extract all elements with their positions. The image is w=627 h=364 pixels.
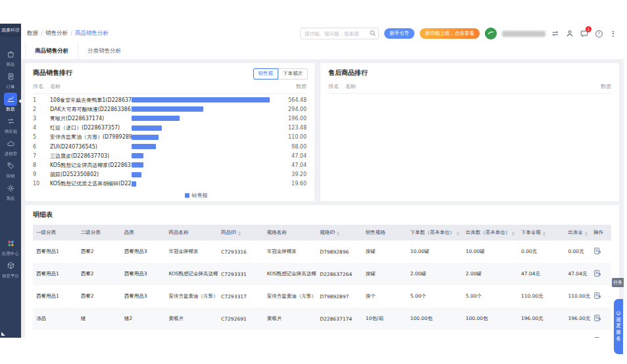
product-name: ZUI(D240736545)	[50, 144, 132, 150]
sidebar-item-shuju[interactable]: 数据	[0, 91, 21, 113]
sort-icon[interactable]	[543, 231, 545, 236]
view-detail-button[interactable]	[593, 269, 601, 277]
service-tab-char: 观	[616, 317, 621, 323]
breadcrumb-current: 商品销售分析	[75, 30, 109, 37]
breadcrumb-separator: /	[70, 30, 72, 37]
sort-icon[interactable]	[585, 231, 588, 236]
table-cell: D228637174	[316, 307, 363, 330]
service-tab-char: 务	[616, 336, 621, 342]
search-input[interactable]	[300, 28, 379, 39]
sort-icon[interactable]	[457, 231, 459, 236]
col-name: 名称	[345, 83, 576, 90]
column-header-6: 规格名称	[264, 225, 317, 240]
rank-row: 1108食堂常戴去骨鸭掌1(D228637144)564.48	[33, 95, 307, 104]
table-cell: KOS甄想记金牌高达椰浆	[165, 263, 218, 285]
bar-zone	[132, 153, 271, 158]
table-cell: C7293331	[218, 263, 264, 285]
sidebar-item-gongyinglian[interactable]: 供应链	[0, 113, 21, 135]
sidebar-item-xinxipingtai[interactable]: 信息平台	[0, 258, 21, 280]
sidebar-item-dingdan[interactable]: 订单	[0, 68, 21, 91]
breadcrumb-sales-analysis[interactable]: 销售分析	[45, 30, 68, 37]
rank-row: 7三边腐皮(D228637703)47.04	[33, 151, 307, 160]
jinxiaocun-icon	[4, 137, 17, 150]
view-detail-button[interactable]	[593, 292, 601, 300]
table-cell: 5.00个	[407, 285, 463, 307]
smiley-icon: ☺	[616, 311, 620, 316]
table-cell: 0.00元	[518, 240, 564, 263]
avatar[interactable]	[485, 28, 497, 39]
sales-bar	[132, 135, 159, 140]
table-cell: 猪2	[121, 307, 166, 330]
tab-category-sales[interactable]: 分类销售分析	[78, 43, 130, 59]
switch-account-icon[interactable]	[551, 29, 560, 38]
message-icon[interactable]: 1	[580, 29, 589, 38]
rank-number: 3	[33, 116, 50, 122]
bar-zone	[132, 135, 271, 140]
toggle-sales-amount[interactable]: 销售额	[253, 68, 279, 80]
table-cell: 西餐2	[78, 263, 121, 285]
col-name: 名称	[50, 83, 271, 90]
table-cell: 西餐用品3	[121, 240, 166, 263]
column-header-5[interactable]: 商品ID	[218, 225, 264, 240]
column-header-9[interactable]: 下单数（基本单位）	[407, 225, 463, 240]
sales-bar	[132, 116, 180, 121]
gongyinglian-icon	[4, 115, 17, 128]
toggle-order-frequency[interactable]: 下单频次	[278, 68, 308, 80]
search-icon[interactable]	[369, 30, 376, 37]
table-cell: 常冠金牌椰浆	[165, 240, 218, 263]
guide-button[interactable]: 新手引导	[384, 28, 414, 39]
product-name: 三边腐皮(D228637703)	[50, 152, 132, 160]
main-content: 商品销售排行 销售额 下单频次 排名 名称 数据 1108食堂常戴去骨鸭掌1(D…	[21, 59, 624, 338]
column-header-11[interactable]: 下单金额	[518, 225, 564, 240]
after-sale-title: 售后商品排行	[328, 68, 611, 78]
view-detail-button[interactable]	[593, 247, 601, 255]
view-detail-button[interactable]	[593, 336, 601, 338]
tab-product-sales[interactable]: 商品销售分析	[25, 43, 78, 59]
column-header-12[interactable]: 出库金	[564, 225, 589, 240]
table-cell: 按罐	[363, 240, 407, 263]
task-floating-tab[interactable]: 任务	[612, 278, 624, 287]
sort-icon[interactable]	[337, 231, 339, 236]
help-icon[interactable]: ?	[594, 29, 603, 38]
contact-icon[interactable]	[565, 29, 574, 38]
sidebar-item-yingyongzhongxin[interactable]: 应用中心	[0, 235, 21, 258]
sidebar-item-label: 商品	[7, 62, 15, 66]
column-header-10[interactable]: 出库数（基本单位）	[463, 225, 518, 240]
sidebar-item-label: 数据	[7, 107, 15, 111]
table-cell: 西餐用品1	[33, 285, 78, 307]
sort-icon[interactable]	[238, 231, 241, 236]
operation-cell	[590, 263, 611, 285]
sidebar-item-xitong[interactable]: 系统	[0, 180, 21, 202]
view-detail-icon	[593, 314, 601, 322]
view-detail-button[interactable]	[593, 314, 601, 322]
sidebar-item-shangpin[interactable]: 商品	[0, 46, 21, 68]
username-redacted	[502, 31, 545, 37]
bar-zone	[132, 172, 271, 177]
detail-section: 明细表 一级分类二级分类品类商品名称商品ID规格名称规格ID销售规格下单数（基本…	[25, 205, 619, 338]
table-cell: 10.00罐	[463, 240, 518, 263]
promo-button[interactable]: 新功能上线，点击查看	[420, 28, 480, 39]
sidebar-item-label: 订单	[7, 85, 15, 89]
sidebar-item-jinxiaocun[interactable]: 进销存	[0, 135, 21, 158]
customer-service-floating-tab[interactable]: ☺观麦服务	[614, 299, 623, 354]
table-cell: 108食堂常戴去骨鸭掌	[165, 330, 218, 338]
sort-icon[interactable]	[512, 231, 514, 236]
breadcrumb-data[interactable]: 数据	[27, 30, 38, 37]
column-header-7[interactable]: 规格ID	[316, 225, 363, 240]
sales-rank-panel: 商品销售排行 销售额 下单频次 排名 名称 数据 1108食堂常戴去骨鸭掌1(D…	[25, 63, 314, 201]
table-cell: 110.00元	[518, 285, 564, 307]
table-cell: 黄喉片	[165, 307, 218, 330]
more-icon[interactable]	[609, 29, 618, 38]
rank-number: 1	[33, 97, 50, 103]
sidebar-collapse-arrow[interactable]	[1, 332, 5, 336]
table-cell: 冻品	[33, 330, 78, 338]
detail-title: 明细表	[33, 210, 611, 219]
table-cell: 西餐用品1	[33, 240, 78, 263]
rank-row: 3黄喉片(D228637174)196.00	[33, 114, 307, 123]
sidebar-item-yingxiao[interactable]: 营销	[0, 158, 21, 180]
table-cell: 108食堂常戴去骨鸭掌1	[264, 330, 317, 338]
legend-swatch	[185, 193, 189, 198]
table-row: 西餐用品1西餐2西餐用品3常冠金牌椰浆C7293316常冠金牌椰浆D798928…	[33, 240, 611, 263]
table-cell: 47.04元	[564, 263, 589, 285]
rank-row: 6ZUI(D240736545)98.00	[33, 142, 307, 151]
